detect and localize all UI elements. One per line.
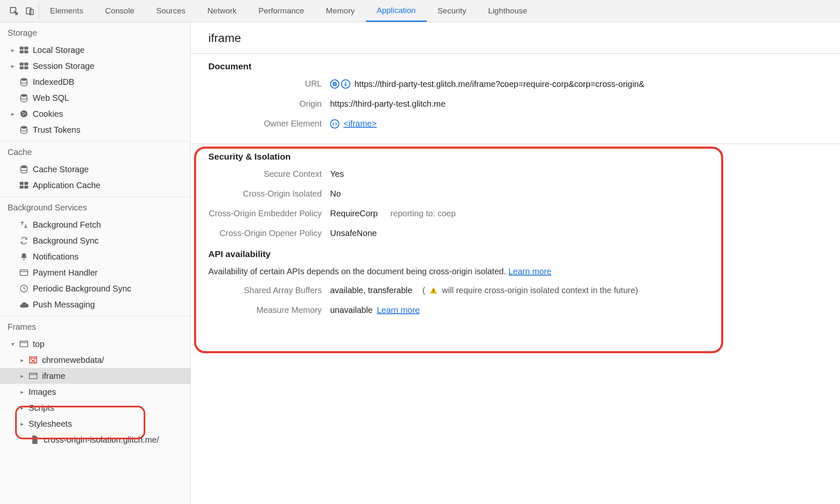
sab-value: available, transferable	[330, 286, 412, 295]
sidebar-item-cache-storage[interactable]: Cache Storage	[0, 161, 190, 177]
sidebar-item-label: Application Cache	[33, 179, 100, 191]
sidebar-item-payment[interactable]: Payment Handler	[0, 265, 190, 281]
sidebar-item-push[interactable]: Push Messaging	[0, 297, 190, 312]
svg-rect-4	[24, 47, 28, 50]
svg-point-12	[21, 94, 27, 97]
application-sidebar: Storage Local Storage Session Storage In…	[0, 22, 191, 504]
coop-value: UnsafeNone	[330, 228, 377, 238]
svg-point-14	[22, 112, 24, 113]
mm-learn-more[interactable]: Learn more	[377, 305, 420, 315]
clock-icon	[19, 284, 29, 293]
tab-memory[interactable]: Memory	[315, 0, 366, 22]
devtools-tabs: Elements Console Sources Network Perform…	[39, 0, 538, 22]
sidebar-section-cache: Cache	[0, 142, 190, 161]
svg-point-16	[23, 114, 24, 116]
caret-icon	[10, 108, 15, 120]
svg-rect-38	[433, 292, 434, 293]
database-icon	[19, 93, 29, 102]
sidebar-item-scripts[interactable]: Scripts	[0, 400, 190, 416]
database-icon	[19, 77, 29, 87]
svg-point-18	[21, 165, 27, 168]
sidebar-item-label: Background Fetch	[33, 219, 101, 231]
sidebar-item-websql[interactable]: Web SQL	[0, 90, 190, 106]
frame-details-pane: iframe Document URL https://third-party-…	[191, 22, 840, 504]
tab-lighthouse[interactable]: Lighthouse	[477, 0, 538, 22]
sidebar-item-label: Stylesheets	[29, 418, 72, 430]
devtools-toolbar: Elements Console Sources Network Perform…	[0, 0, 840, 22]
coep-reporting-label: reporting to:	[390, 209, 435, 218]
cookie-icon	[19, 109, 29, 118]
secure-context-label: Secure Context	[208, 169, 322, 179]
device-toggle-icon[interactable]	[25, 6, 34, 16]
sidebar-item-label: Notifications	[33, 251, 79, 262]
caret-icon	[19, 354, 24, 366]
svg-rect-7	[20, 63, 24, 66]
table-icon	[19, 61, 29, 71]
security-heading: Security & Isolation	[208, 152, 822, 162]
api-description: Availability of certain APIs depends on …	[208, 267, 506, 276]
svg-point-11	[21, 78, 27, 81]
owner-label: Owner Element	[208, 119, 322, 129]
svg-point-17	[21, 126, 27, 129]
caret-icon	[19, 370, 24, 382]
caret-icon	[19, 386, 24, 398]
coep-label: Cross-Origin Embedder Policy	[208, 209, 322, 218]
caret-icon	[19, 402, 24, 414]
sidebar-item-chromewebdata[interactable]: chromewebdata/	[0, 352, 190, 368]
owner-link[interactable]: <iframe>	[344, 119, 377, 129]
sidebar-item-indexeddb[interactable]: IndexedDB	[0, 74, 190, 90]
bell-icon	[19, 252, 29, 261]
svg-rect-29	[30, 357, 37, 363]
sidebar-item-trust-tokens[interactable]: Trust Tokens	[0, 122, 190, 138]
inspect-element-icon[interactable]	[9, 6, 18, 16]
svg-rect-21	[20, 186, 24, 189]
caret-icon	[19, 418, 24, 430]
sidebar-item-label: Web SQL	[33, 92, 69, 104]
sidebar-item-bg-sync[interactable]: Background Sync	[0, 233, 190, 249]
api-learn-more[interactable]: Learn more	[509, 267, 551, 276]
sidebar-item-images[interactable]: Images	[0, 384, 190, 400]
api-heading: API availability	[208, 249, 822, 259]
tab-network[interactable]: Network	[197, 0, 248, 22]
toolbar-icon-group	[5, 3, 39, 19]
sidebar-item-periodic-sync[interactable]: Periodic Background Sync	[0, 281, 190, 297]
sidebar-item-label: Payment Handler	[33, 267, 98, 278]
sidebar-item-bg-fetch[interactable]: Background Fetch	[0, 217, 190, 233]
url-value: https://third-party-test.glitch.me/ifram…	[354, 79, 644, 89]
sidebar-item-stylesheets[interactable]: Stylesheets	[0, 416, 190, 432]
coep-value: RequireCorp	[330, 209, 378, 218]
sidebar-item-cookies[interactable]: Cookies	[0, 106, 190, 122]
tab-security[interactable]: Security	[427, 0, 478, 22]
tab-application[interactable]: Application	[366, 0, 427, 22]
sidebar-item-notifications[interactable]: Notifications	[0, 249, 190, 265]
tab-sources[interactable]: Sources	[145, 0, 197, 22]
tab-console[interactable]: Console	[94, 0, 145, 22]
window-icon	[19, 339, 29, 349]
sidebar-item-label: top	[33, 338, 45, 350]
open-url-icon[interactable]	[341, 79, 350, 89]
tag-icon	[330, 119, 339, 129]
sidebar-item-top-frame[interactable]: top	[0, 336, 190, 352]
svg-rect-35	[333, 82, 336, 85]
svg-point-23	[23, 259, 24, 260]
tab-elements[interactable]: Elements	[39, 0, 94, 22]
tab-performance[interactable]: Performance	[247, 0, 315, 22]
mm-value: unavailable	[330, 305, 373, 315]
coep-reporting-value: coep	[438, 209, 456, 218]
svg-rect-37	[433, 289, 434, 291]
svg-rect-24	[20, 270, 28, 275]
sidebar-item-local-storage[interactable]: Local Storage	[0, 42, 190, 58]
sidebar-item-iframe[interactable]: iframe	[0, 368, 190, 384]
sidebar-item-label: chromewebdata/	[42, 354, 104, 366]
copy-url-icon[interactable]	[330, 79, 339, 89]
sidebar-item-session-storage[interactable]: Session Storage	[0, 58, 190, 74]
sidebar-item-label: Scripts	[29, 402, 54, 414]
sidebar-item-leaf-file[interactable]: cross-origin-isolation.glitch.me/	[0, 432, 190, 448]
sidebar-item-label: Session Storage	[33, 60, 94, 72]
coop-label: Cross-Origin Opener Policy	[208, 228, 322, 238]
sab-warning-text: will require cross-origin isolated conte…	[442, 286, 638, 295]
svg-rect-19	[20, 182, 24, 185]
sidebar-item-application-cache[interactable]: Application Cache	[0, 177, 190, 193]
sidebar-item-label: Images	[29, 386, 56, 398]
caret-icon	[10, 44, 15, 56]
